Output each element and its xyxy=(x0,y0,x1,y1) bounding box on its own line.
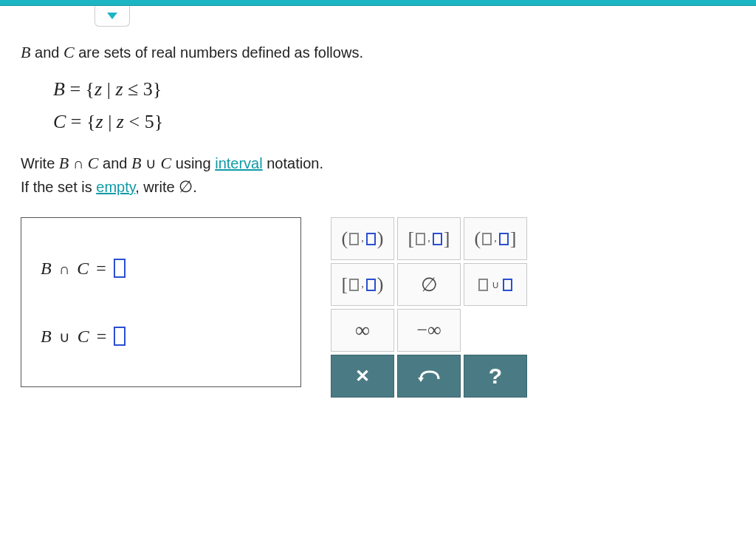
interval-link[interactable]: interval xyxy=(215,155,262,171)
clear-icon: ✕ xyxy=(355,366,370,386)
empty-link[interactable]: empty xyxy=(96,179,135,195)
infinity-icon: ∞ xyxy=(355,318,370,342)
keypad: (,) [,] (,] [,) ∅ ∪ ∞ −∞ xyxy=(331,217,527,398)
set-definitions: B = {z | z ≤ 3} C = {z | z < 5} xyxy=(53,78,735,133)
intro-text: B and C are sets of real numbers defined… xyxy=(21,43,735,62)
empty-set-icon: ∅ xyxy=(421,273,438,296)
key-closed-open[interactable]: [,) xyxy=(331,263,394,306)
question-content: B and C are sets of real numbers defined… xyxy=(0,6,756,418)
top-bar xyxy=(0,0,756,6)
key-help[interactable]: ? xyxy=(464,355,527,398)
chevron-down-icon xyxy=(107,13,117,19)
intersection-input[interactable] xyxy=(114,259,126,278)
set-c-definition: C = {z | z < 5} xyxy=(53,111,735,133)
set-b-definition: B = {z | z ≤ 3} xyxy=(53,78,735,100)
key-neg-infinity[interactable]: −∞ xyxy=(397,309,461,352)
var-c: C xyxy=(63,43,75,61)
empty-set-icon: ∅ xyxy=(179,177,193,196)
instruction-line-2: If the set is empty, write ∅. xyxy=(21,177,735,197)
instruction-line-1: Write B ∩ C and B ∪ C using interval not… xyxy=(21,154,735,173)
intersection-row: B ∩ C = xyxy=(41,259,281,279)
key-open-open[interactable]: (,) xyxy=(331,217,394,260)
key-infinity[interactable]: ∞ xyxy=(331,309,394,352)
neg-infinity-icon: −∞ xyxy=(416,319,441,341)
union-row: B ∪ C = xyxy=(41,327,281,347)
var-b: B xyxy=(21,43,30,61)
work-area: B ∩ C = B ∪ C = (,) [,] (,] xyxy=(21,217,735,398)
key-clear[interactable]: ✕ xyxy=(331,355,394,398)
key-open-closed[interactable]: (,] xyxy=(464,217,527,260)
help-icon: ? xyxy=(489,364,502,389)
union-input[interactable] xyxy=(114,327,126,346)
answer-box: B ∩ C = B ∪ C = xyxy=(21,217,301,387)
key-undo[interactable] xyxy=(397,355,461,398)
key-empty-set[interactable]: ∅ xyxy=(397,263,461,306)
undo-icon xyxy=(418,369,440,383)
dropdown-tab[interactable] xyxy=(94,6,130,27)
key-union[interactable]: ∪ xyxy=(464,263,527,306)
key-closed-closed[interactable]: [,] xyxy=(397,217,461,260)
